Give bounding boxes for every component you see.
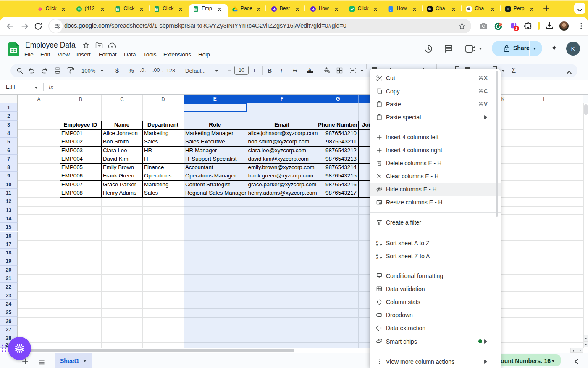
svg-text:99: 99 [78, 8, 80, 10]
svg-text:A: A [376, 256, 378, 259]
svg-text:1: 1 [515, 26, 517, 31]
svg-text:Z: Z [376, 243, 378, 246]
